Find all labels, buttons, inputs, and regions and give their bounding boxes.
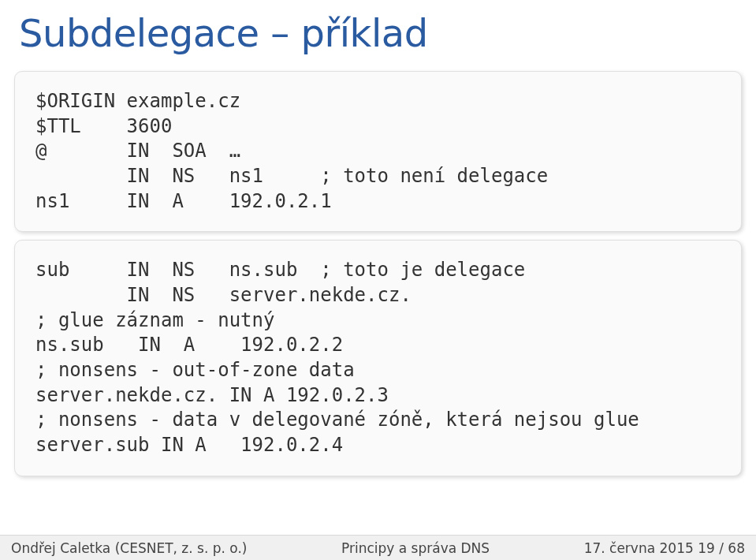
code-block-2: sub IN NS ns.sub ; toto je delegace IN N… [14,240,742,476]
footer-title: Principy a správa DNS [341,540,490,556]
code-line: server.nekde.cz. IN A 192.0.2.3 [35,384,389,406]
code-line: sub IN NS ns.sub ; toto je delegace [35,259,525,281]
code-line: $ORIGIN example.cz [35,90,240,112]
code-line: $TTL 3600 [35,115,172,137]
slide-title: Subdelegace – příklad [0,0,756,63]
code-block-1: $ORIGIN example.cz $TTL 3600 @ IN SOA … … [14,71,742,232]
footer-date-page: 17. června 2015 19 / 68 [584,540,745,556]
code-line: ; nonsens - out-of-zone data [35,359,355,381]
code-line: ns.sub IN A 192.0.2.2 [35,334,343,356]
code-line: IN NS server.nekde.cz. [35,284,412,306]
code-line: @ IN SOA … [35,140,240,162]
code-line: IN NS ns1 ; toto není delegace [35,165,548,187]
footer-author: Ondřej Caletka (CESNET, z. s. p. o.) [11,540,247,556]
code-line: ; nonsens - data v delegované zóně, kter… [35,409,639,431]
code-line: ns1 IN A 192.0.2.1 [35,190,332,212]
footer: Ondřej Caletka (CESNET, z. s. p. o.) Pri… [0,535,756,560]
code-line: server.sub IN A 192.0.2.4 [35,434,343,456]
code-line: ; glue záznam - nutný [35,309,274,331]
